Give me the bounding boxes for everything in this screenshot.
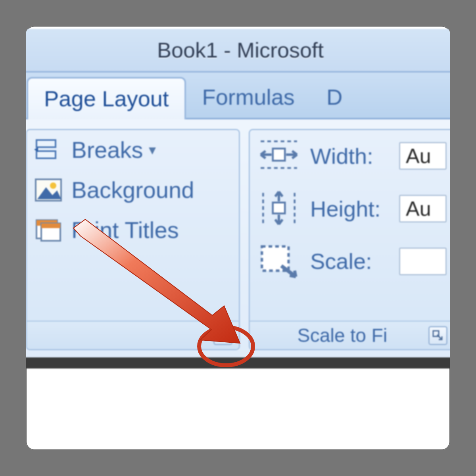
- svg-rect-9: [41, 223, 60, 228]
- tab-formulas[interactable]: Formulas: [186, 77, 310, 118]
- group-scale-to-fit: Width: Au Hei: [249, 129, 450, 350]
- tab-page-layout[interactable]: Page Layout: [27, 77, 186, 119]
- breaks-label: Breaks: [71, 136, 143, 163]
- svg-rect-1: [36, 151, 56, 158]
- print-titles-label: Print Titles: [71, 217, 179, 243]
- ribbon-bottom-shadow: [26, 357, 450, 369]
- width-value-field[interactable]: Au: [399, 142, 447, 170]
- svg-rect-14: [273, 202, 285, 213]
- height-value-field[interactable]: Au: [399, 195, 447, 223]
- titlebar: Book1 - Microsoft: [26, 29, 450, 73]
- print-titles-icon: [34, 218, 63, 242]
- svg-point-4: [50, 182, 56, 189]
- scale-value-field[interactable]: [399, 248, 447, 275]
- excel-window: Book1 - Microsoft Page Layout Formulas D: [26, 29, 450, 450]
- group-page-setup-label: [27, 321, 239, 349]
- ribbon-tabs: Page Layout Formulas D: [26, 73, 450, 119]
- height-row: Height: Au: [257, 189, 447, 228]
- group-scale-to-fit-label: Scale to Fi: [250, 321, 450, 349]
- scale-label: Scale:: [310, 248, 390, 274]
- background-icon: [34, 178, 63, 202]
- svg-rect-11: [273, 149, 285, 161]
- group-page-setup: Breaks ▾ Backgrou: [26, 129, 240, 350]
- breaks-icon: [34, 138, 63, 162]
- height-icon: [257, 189, 301, 228]
- print-titles-button[interactable]: Print Titles: [34, 217, 232, 243]
- width-label: Width:: [310, 143, 390, 169]
- page-setup-dialog-launcher[interactable]: [213, 326, 232, 345]
- chevron-down-icon: ▾: [149, 142, 156, 158]
- height-label: Height:: [310, 196, 390, 222]
- scale-icon: [257, 242, 301, 281]
- breaks-button[interactable]: Breaks ▾: [34, 136, 232, 163]
- ribbon-body: Breaks ▾ Backgrou: [26, 119, 450, 357]
- scale-row: Scale:: [257, 242, 447, 281]
- scale-to-fit-dialog-launcher[interactable]: [428, 326, 447, 345]
- background-label: Background: [71, 177, 194, 203]
- background-button[interactable]: Background: [34, 177, 232, 203]
- width-row: Width: Au: [257, 136, 447, 176]
- window-title: Book1 - Microsoft: [157, 38, 324, 62]
- svg-rect-0: [36, 140, 56, 147]
- tab-data[interactable]: D: [311, 77, 358, 118]
- width-icon: [257, 136, 301, 176]
- screenshot-frame: Book1 - Microsoft Page Layout Formulas D: [26, 26, 450, 450]
